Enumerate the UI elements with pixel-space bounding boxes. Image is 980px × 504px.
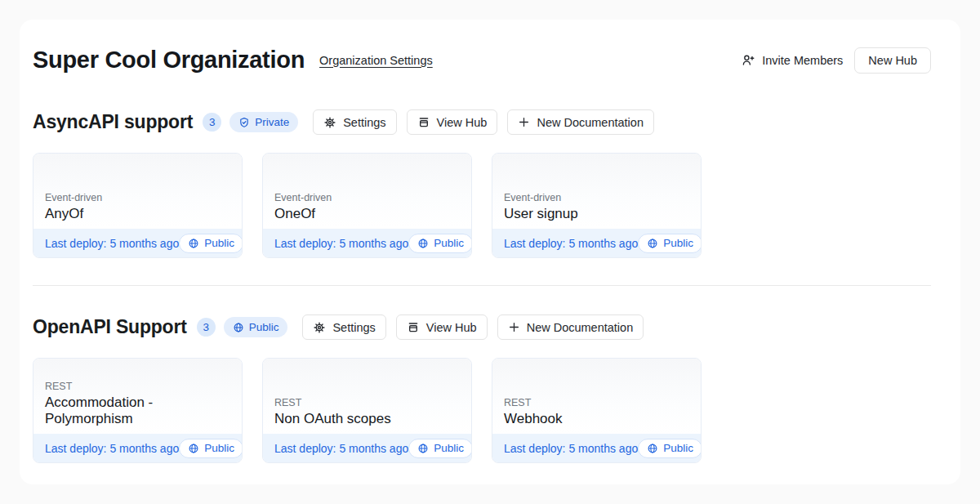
view-hub-label: View Hub bbox=[426, 321, 477, 334]
doc-card-body: Event-driven OneOf bbox=[263, 154, 471, 229]
doc-card-footer: Last deploy: 5 months ago Public bbox=[263, 434, 471, 462]
page-title: Super Cool Organization bbox=[33, 47, 305, 74]
invite-members-button[interactable]: Invite Members bbox=[742, 53, 843, 67]
doc-name: User signup bbox=[504, 206, 689, 221]
doc-card-body: REST Accommodation - Polymorphism bbox=[33, 359, 242, 434]
visibility-label: Private bbox=[255, 116, 289, 128]
section-actions: Settings View Hub bbox=[313, 109, 654, 135]
doc-card-anyof[interactable]: Event-driven AnyOf Last deploy: 5 months… bbox=[33, 153, 243, 258]
doc-name: Accommodation - Polymorphism bbox=[45, 395, 230, 426]
doc-type-label: REST bbox=[504, 397, 689, 408]
section-asyncapi: AsyncAPI support 3 Private bbox=[33, 109, 931, 258]
globe-icon bbox=[647, 238, 658, 249]
last-deploy-text: Last deploy: 5 months ago bbox=[45, 442, 179, 455]
doc-card-webhook[interactable]: REST Webhook Last deploy: 5 months ago P… bbox=[492, 358, 702, 463]
doc-visibility-badge: Public bbox=[638, 439, 702, 458]
hub-box-icon bbox=[417, 116, 430, 129]
doc-card-user-signup[interactable]: Event-driven User signup Last deploy: 5 … bbox=[492, 153, 702, 258]
page-header: Super Cool Organization Organization Set… bbox=[33, 47, 931, 74]
settings-button[interactable]: Settings bbox=[313, 109, 396, 135]
gear-icon bbox=[323, 116, 336, 129]
main-panel: Super Cool Organization Organization Set… bbox=[20, 20, 960, 484]
section-title: AsyncAPI support bbox=[33, 111, 193, 133]
visibility-label: Public bbox=[249, 321, 279, 333]
organization-settings-link[interactable]: Organization Settings bbox=[319, 54, 433, 67]
doc-type-label: Event-driven bbox=[45, 192, 230, 203]
new-documentation-label: New Documentation bbox=[527, 321, 634, 334]
doc-count-badge: 3 bbox=[197, 318, 216, 337]
doc-card-accommodation[interactable]: REST Accommodation - Polymorphism Last d… bbox=[33, 358, 243, 463]
view-hub-label: View Hub bbox=[437, 116, 488, 129]
doc-card-body: Event-driven User signup bbox=[492, 154, 701, 229]
globe-icon bbox=[417, 443, 429, 454]
settings-button[interactable]: Settings bbox=[302, 314, 385, 340]
doc-name: Non OAuth scopes bbox=[274, 411, 460, 426]
section-actions: Settings View Hub bbox=[302, 314, 644, 340]
doc-visibility-badge: Public bbox=[638, 234, 702, 253]
doc-visibility-label: Public bbox=[663, 237, 693, 249]
plus-icon bbox=[518, 116, 530, 128]
visibility-badge: Public bbox=[224, 317, 288, 337]
visibility-badge: Private bbox=[229, 112, 298, 132]
invite-members-label: Invite Members bbox=[762, 54, 843, 67]
person-plus-icon bbox=[742, 53, 755, 67]
globe-icon bbox=[233, 322, 244, 333]
section-divider bbox=[33, 285, 931, 286]
doc-type-label: REST bbox=[274, 397, 460, 408]
globe-icon bbox=[188, 443, 199, 454]
doc-card-footer: Last deploy: 5 months ago Public bbox=[492, 229, 701, 257]
doc-type-label: Event-driven bbox=[274, 192, 460, 203]
doc-card-footer: Last deploy: 5 months ago Public bbox=[263, 229, 471, 257]
section-header: OpenAPI Support 3 Public bbox=[33, 314, 931, 340]
new-hub-button[interactable]: New Hub bbox=[854, 47, 931, 74]
shield-check-icon bbox=[238, 117, 250, 128]
view-hub-button[interactable]: View Hub bbox=[407, 109, 498, 135]
section-header: AsyncAPI support 3 Private bbox=[33, 109, 931, 135]
new-documentation-button[interactable]: New Documentation bbox=[497, 314, 644, 340]
last-deploy-text: Last deploy: 5 months ago bbox=[504, 442, 638, 455]
doc-card-footer: Last deploy: 5 months ago Public bbox=[33, 229, 242, 257]
doc-card-body: REST Non OAuth scopes bbox=[263, 359, 471, 434]
new-documentation-label: New Documentation bbox=[537, 116, 644, 129]
docs-grid: Event-driven AnyOf Last deploy: 5 months… bbox=[33, 153, 931, 258]
globe-icon bbox=[188, 238, 199, 249]
doc-name: OneOf bbox=[274, 206, 460, 221]
section-openapi: OpenAPI Support 3 Public bbox=[33, 314, 931, 463]
hub-box-icon bbox=[407, 321, 420, 334]
last-deploy-text: Last deploy: 5 months ago bbox=[504, 237, 638, 250]
doc-visibility-label: Public bbox=[663, 442, 693, 454]
doc-card-oneof[interactable]: Event-driven OneOf Last deploy: 5 months… bbox=[262, 153, 472, 258]
doc-visibility-badge: Public bbox=[408, 439, 472, 458]
plus-icon bbox=[508, 321, 520, 333]
last-deploy-text: Last deploy: 5 months ago bbox=[274, 237, 408, 250]
doc-visibility-label: Public bbox=[204, 442, 234, 454]
view-hub-button[interactable]: View Hub bbox=[396, 314, 488, 340]
gear-icon bbox=[313, 321, 326, 334]
settings-label: Settings bbox=[343, 116, 385, 129]
last-deploy-text: Last deploy: 5 months ago bbox=[274, 442, 408, 455]
doc-visibility-badge: Public bbox=[408, 234, 472, 253]
section-title: OpenAPI Support bbox=[33, 316, 187, 338]
new-documentation-button[interactable]: New Documentation bbox=[507, 109, 654, 135]
doc-visibility-badge: Public bbox=[179, 234, 243, 253]
doc-type-label: Event-driven bbox=[504, 192, 689, 203]
globe-icon bbox=[417, 238, 429, 249]
last-deploy-text: Last deploy: 5 months ago bbox=[45, 237, 179, 250]
doc-name: AnyOf bbox=[45, 206, 230, 221]
doc-card-footer: Last deploy: 5 months ago Public bbox=[33, 434, 242, 462]
doc-card-non-oauth[interactable]: REST Non OAuth scopes Last deploy: 5 mon… bbox=[262, 358, 472, 463]
doc-visibility-label: Public bbox=[434, 442, 464, 454]
doc-type-label: REST bbox=[45, 381, 230, 392]
doc-visibility-label: Public bbox=[434, 237, 464, 249]
doc-card-body: REST Webhook bbox=[492, 359, 701, 434]
settings-label: Settings bbox=[332, 321, 375, 334]
doc-card-body: Event-driven AnyOf bbox=[33, 154, 242, 229]
globe-icon bbox=[647, 443, 658, 454]
doc-card-footer: Last deploy: 5 months ago Public bbox=[492, 434, 701, 462]
docs-grid: REST Accommodation - Polymorphism Last d… bbox=[33, 358, 931, 463]
doc-count-badge: 3 bbox=[203, 113, 221, 132]
new-hub-label: New Hub bbox=[868, 54, 917, 67]
doc-visibility-label: Public bbox=[204, 237, 234, 249]
doc-visibility-badge: Public bbox=[179, 439, 243, 458]
doc-name: Webhook bbox=[504, 411, 689, 426]
